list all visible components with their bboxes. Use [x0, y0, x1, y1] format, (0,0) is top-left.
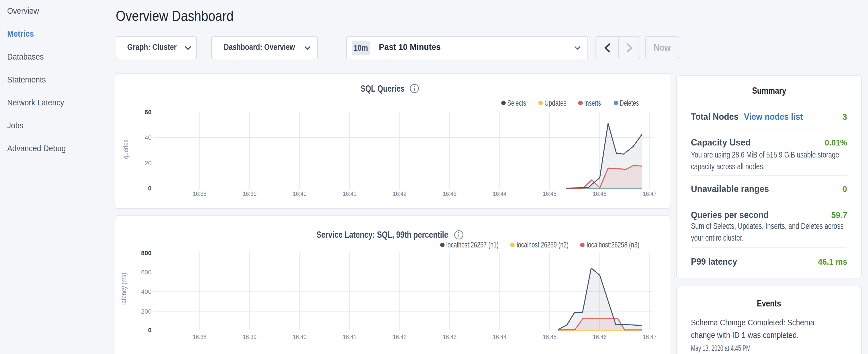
svg-text:16:44: 16:44	[493, 333, 507, 341]
svg-text:Updates: Updates	[545, 99, 566, 107]
svg-text:20: 20	[145, 160, 152, 167]
svg-text:Inserts: Inserts	[584, 99, 601, 107]
svg-text:400: 400	[141, 288, 152, 295]
svg-text:16:43: 16:43	[443, 333, 457, 341]
svg-text:16:47: 16:47	[643, 333, 656, 341]
svg-text:16:46: 16:46	[593, 190, 607, 197]
svg-text:600: 600	[141, 269, 152, 276]
svg-text:16:40: 16:40	[293, 190, 307, 197]
svg-text:16:38: 16:38	[193, 190, 207, 197]
svg-text:16:45: 16:45	[543, 333, 557, 341]
svg-text:16:45: 16:45	[543, 190, 557, 197]
svg-text:Selects: Selects	[507, 99, 526, 107]
svg-text:queries: queries	[122, 139, 129, 159]
svg-text:40: 40	[145, 134, 152, 141]
svg-text:Deletes: Deletes	[620, 99, 639, 107]
svg-text:16:42: 16:42	[393, 333, 407, 341]
svg-text:localhost:26258 (n3): localhost:26258 (n3)	[587, 240, 639, 249]
svg-text:16:41: 16:41	[343, 190, 356, 197]
svg-text:16:39: 16:39	[243, 333, 256, 341]
svg-text:latency (ms): latency (ms)	[120, 273, 127, 305]
svg-text:16:41: 16:41	[343, 333, 356, 341]
svg-text:SQL Queries: SQL Queries	[361, 84, 405, 94]
svg-text:16:43: 16:43	[443, 190, 457, 197]
svg-text:16:42: 16:42	[393, 190, 407, 197]
svg-text:16:40: 16:40	[293, 333, 307, 341]
svg-text:800: 800	[141, 250, 152, 257]
svg-text:60: 60	[145, 108, 152, 116]
svg-text:16:44: 16:44	[493, 190, 507, 197]
svg-text:200: 200	[141, 308, 152, 315]
svg-text:localhost:26259 (n2): localhost:26259 (n2)	[517, 240, 568, 249]
svg-text:16:47: 16:47	[643, 190, 656, 197]
svg-text:0: 0	[148, 185, 152, 192]
svg-text:localhost:26257 (n1): localhost:26257 (n1)	[446, 240, 499, 249]
svg-text:16:39: 16:39	[243, 190, 256, 197]
svg-text:16:46: 16:46	[593, 333, 607, 341]
svg-text:16:38: 16:38	[193, 333, 207, 341]
svg-text:0: 0	[148, 326, 152, 334]
svg-text:Service Latency: SQL, 99th per: Service Latency: SQL, 99th percentile	[316, 230, 448, 240]
